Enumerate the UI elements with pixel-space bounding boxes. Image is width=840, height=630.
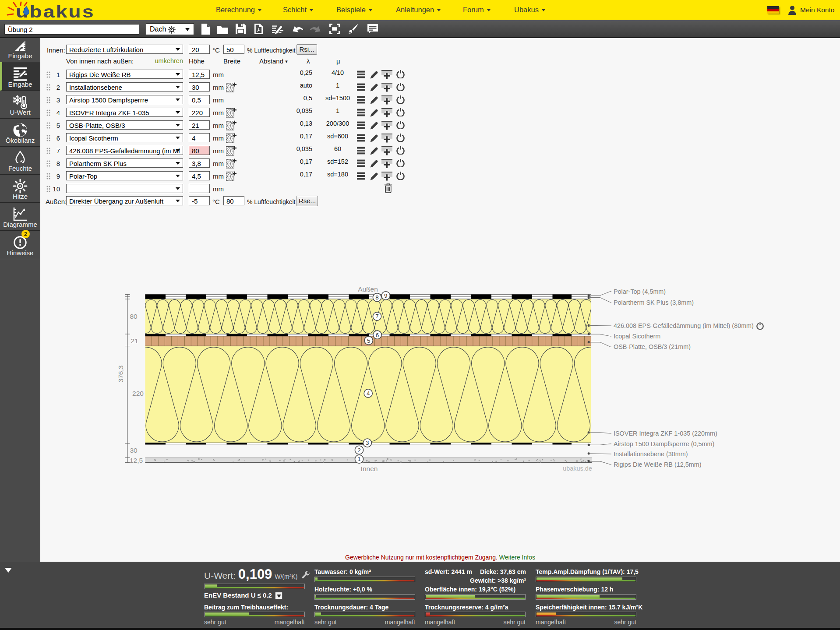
svg-text:426.008 EPS-Gefälledämmung (im: 426.008 EPS-Gefälledämmung (im Mittel) (… [614,322,754,329]
svg-text:Rigips Die Weiße RB (12,5mm): Rigips Die Weiße RB (12,5mm) [614,461,701,468]
svg-text:Airstop 1500 Dampfsperrre (0,5: Airstop 1500 Dampfsperrre (0,5mm) [614,440,714,447]
svg-text:220: 220 [132,390,144,397]
svg-text:5: 5 [367,338,371,344]
svg-text:6: 6 [376,332,379,338]
svg-text:Polar-Top (4,5mm): Polar-Top (4,5mm) [614,288,666,295]
svg-text:80: 80 [130,313,138,320]
svg-text:9: 9 [384,292,388,299]
svg-text:4: 4 [367,390,370,397]
svg-text:Innen: Innen [361,465,378,472]
svg-text:Außen: Außen [358,285,378,293]
svg-text:7: 7 [375,313,379,320]
svg-text:376,3: 376,3 [117,366,124,383]
svg-text:ISOVER Integra ZKF 1-035 (220m: ISOVER Integra ZKF 1-035 (220mm) [614,430,717,437]
svg-text:Icopal Sicotherm: Icopal Sicotherm [614,333,660,340]
svg-text:12,5: 12,5 [130,457,143,464]
svg-text:OSB-Platte, OSB/3 (21mm): OSB-Platte, OSB/3 (21mm) [614,343,691,350]
svg-text:21: 21 [131,337,138,345]
svg-text:30: 30 [130,447,138,454]
svg-text:3: 3 [366,440,369,446]
svg-text:Polartherm SK Plus (3,8mm): Polartherm SK Plus (3,8mm) [614,299,694,306]
svg-text:1: 1 [357,456,361,462]
svg-text:Installationsebene (30mm): Installationsebene (30mm) [614,451,688,458]
svg-text:2: 2 [357,447,361,454]
svg-text:8: 8 [375,294,379,301]
svg-text:ubakus.de: ubakus.de [563,465,592,472]
